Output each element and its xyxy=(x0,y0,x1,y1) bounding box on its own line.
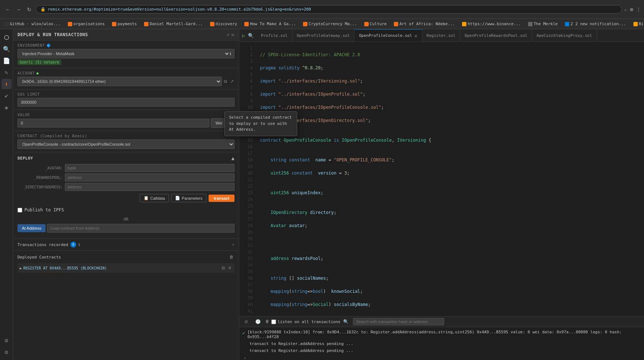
tab-rewards[interactable]: OpenProfileRewardsPool.sol xyxy=(460,29,532,42)
tab-console-label: OpenProfileConsole.sol xyxy=(359,33,412,38)
gas-limit-input[interactable] xyxy=(18,98,234,107)
search-icon-console[interactable]: 🔍 xyxy=(343,319,349,324)
transact-button[interactable]: transact xyxy=(209,195,234,202)
action-buttons: 📋 Calldata 📄 Parameters transact xyxy=(18,194,234,205)
console-pending-text-1: transact to Register.addAddress pending … xyxy=(249,341,353,346)
bookmark-merkle[interactable]: The Merkle xyxy=(527,21,559,27)
check-icon[interactable]: ✓ xyxy=(227,32,230,37)
star-icon[interactable]: ☆ xyxy=(624,7,627,12)
sidebar-icon-compile[interactable]: ✎ xyxy=(1,67,12,77)
param-input-rewardspool[interactable] xyxy=(65,173,234,181)
transactions-expand-icon[interactable]: › xyxy=(232,242,234,247)
github-icon xyxy=(4,22,9,26)
copy-account-btn[interactable]: ⧉ xyxy=(223,78,228,85)
at-address-row: At Address xyxy=(18,224,234,233)
refresh-button[interactable]: ↻ xyxy=(25,5,34,14)
editor-area: ▷ 🔍 Profile.sol OpenProfileGateway.sol O… xyxy=(239,29,644,360)
sidebar-icon-search[interactable]: 🔍 xyxy=(1,44,12,54)
at-address-button[interactable]: At Address xyxy=(18,224,46,232)
sidebar-icon-explorer[interactable]: 📄 xyxy=(1,55,12,66)
calldata-button[interactable]: 📋 Calldata xyxy=(140,194,169,202)
value-row: Wei Gwei Ether xyxy=(18,118,234,128)
sidebar-icon-settings2[interactable]: ⚙ xyxy=(1,347,12,357)
url-text: remix.ethereum.org/#optimize=true&evmVer… xyxy=(48,7,311,12)
param-input-avatar[interactable] xyxy=(65,164,234,172)
bookmark-notifications[interactable]: 2 2 new notification... xyxy=(563,21,627,27)
param-input-directory[interactable] xyxy=(65,183,234,191)
console-clear-btn[interactable]: ⊘ xyxy=(242,318,250,325)
deploy-header: DEPLOY ▲ xyxy=(18,155,234,161)
folder-icon-2 xyxy=(112,22,116,26)
bookmark-crypto[interactable]: CryptoCurrency Ma... xyxy=(302,21,358,27)
publish-ipfs-label: Publish to IPFS xyxy=(24,207,64,212)
bookmark-art[interactable]: Art of Africa: Ndebe... xyxy=(392,21,456,27)
console-msg-pending-2: transact to Register.addAddress pending … xyxy=(249,347,641,354)
collapse-btn[interactable]: ▲ xyxy=(232,155,234,161)
play-icon[interactable]: ▷ xyxy=(242,33,245,38)
remove-contract-btn[interactable]: ✕ xyxy=(227,265,232,271)
transactions-header[interactable]: Transactions recorded 8 ℹ › xyxy=(18,242,234,248)
copy-contract-btn[interactable]: ⧉ xyxy=(221,265,226,271)
sidebar-icon-home[interactable]: ⬡ xyxy=(1,32,12,42)
value-input[interactable] xyxy=(18,119,209,127)
at-address-input[interactable] xyxy=(47,224,234,233)
console-search-input[interactable] xyxy=(353,318,444,325)
environment-section: ENVIRONMENT 🔷 Injected Provider - MetaMa… xyxy=(13,41,239,68)
browser-actions: ☆ ⊞ ⋮ xyxy=(624,7,641,12)
address-bar[interactable]: 🔒 remix.ethereum.org/#optimize=true&evmV… xyxy=(36,5,622,14)
sidebar-icon-verify[interactable]: ✔ xyxy=(1,91,12,101)
expand-icon[interactable]: ▷ xyxy=(232,32,234,37)
clear-deployed-btn[interactable]: 🗑 xyxy=(229,254,234,260)
back-button[interactable]: ← xyxy=(3,5,12,14)
menu-icon[interactable]: ⋮ xyxy=(636,7,641,12)
contract-select[interactable]: OpenProfileConsole - contracts/core/Open… xyxy=(18,139,234,149)
tab-ape-label: ApeCoinStakingProxy.sol xyxy=(536,33,592,38)
tab-console[interactable]: OpenProfileConsole.sol ✕ xyxy=(354,29,422,42)
listen-checkbox[interactable] xyxy=(271,319,276,324)
bookmarks-bar: GitHub · wlox/wlox... organisations paym… xyxy=(0,19,644,29)
environment-select[interactable]: Injected Provider - MetaMask xyxy=(21,51,230,56)
deployed-contract-label: REGISTER AT 0X4A9...B5595 (BLOCKCHAIN) xyxy=(23,266,220,270)
environment-select-wrapper[interactable]: Injected Provider - MetaMask ℹ xyxy=(18,49,234,58)
expand-contract-icon[interactable]: ▶ xyxy=(20,266,22,270)
folder-icon-4 xyxy=(210,22,214,26)
transactions-info-icon[interactable]: ℹ xyxy=(78,242,80,247)
bookmark-daniel[interactable]: Daniel Martell-Gard... xyxy=(143,21,204,27)
bookmark-payments[interactable]: payments xyxy=(110,21,138,27)
bookmark-organisations[interactable]: organisations xyxy=(66,21,106,27)
account-section: ACCOUNT ● 0x9D4...1632c (0.9941993194499… xyxy=(13,68,239,89)
tab-ape[interactable]: ApeCoinStakingProxy.sol xyxy=(532,29,597,42)
environment-info-btn[interactable]: ℹ xyxy=(230,51,231,56)
sidebar-icon-settings[interactable]: ⚙ xyxy=(1,335,12,345)
params-icon: 📄 xyxy=(175,196,180,200)
account-info-icon[interactable]: ● xyxy=(36,71,39,75)
tab-profile[interactable]: Profile.sol xyxy=(257,29,292,42)
environment-info-icon[interactable]: 🔷 xyxy=(46,43,51,47)
bookmark-discovery[interactable]: discovery xyxy=(209,21,239,27)
extension-icon[interactable]: ⊞ xyxy=(630,7,633,12)
console-clock-btn[interactable]: 🕐 xyxy=(253,318,263,325)
folder-icon-8 xyxy=(394,22,398,26)
tab-register[interactable]: Register.sol xyxy=(422,29,460,42)
sidebar-icon-deploy[interactable]: ⬆ xyxy=(1,79,12,89)
header-actions: ✓ ▷ xyxy=(227,32,234,37)
bookmark-binance[interactable]: https://www.binance... xyxy=(461,21,522,27)
nav-buttons: ← → ↻ xyxy=(3,5,34,14)
sidebar-icon-debug[interactable]: ◈ xyxy=(1,102,12,112)
account-select[interactable]: 0x9D4...1632c (0.994199319449911714 ethe… xyxy=(18,77,222,86)
folder-icon-12 xyxy=(633,22,638,26)
deployed-title: Deployed Contracts xyxy=(18,255,61,260)
params-button[interactable]: 📄 Parameters xyxy=(171,194,206,202)
tab-close-console[interactable]: ✕ xyxy=(414,33,417,39)
or-divider: OR xyxy=(18,215,234,224)
forward-button[interactable]: → xyxy=(14,5,23,14)
tab-gateway[interactable]: OpenProfileGateway.sol xyxy=(292,29,355,42)
search-icon[interactable]: 🔍 xyxy=(248,33,254,38)
external-account-btn[interactable]: ↗ xyxy=(229,78,234,85)
publish-ipfs-checkbox[interactable] xyxy=(18,208,22,212)
bookmark-culture[interactable]: Culture xyxy=(363,21,388,27)
bookmark-howto[interactable]: How To Make A Ga... xyxy=(243,21,297,27)
bookmark-github[interactable]: GitHub · wlox/wlox... xyxy=(3,21,62,27)
tab-rewards-label: OpenProfileRewardsPool.sol xyxy=(465,33,527,38)
bookmark-bitcoin[interactable]: Bitcoin Day Trading xyxy=(632,21,644,27)
